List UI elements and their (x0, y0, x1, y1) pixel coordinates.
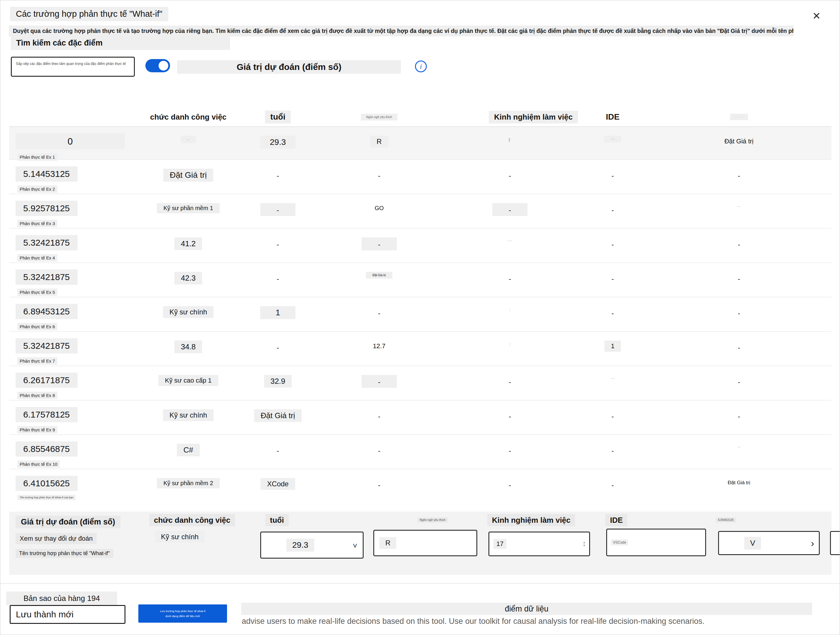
table-cell: - (646, 401, 832, 434)
row-label: Phản thực tế Ex 2 (17, 185, 57, 193)
score-value: 5.92578125 (16, 201, 77, 216)
table-cell: 1 (238, 298, 317, 331)
cell-value: - (502, 375, 518, 388)
table-cell: GO (317, 194, 441, 228)
see-prediction-change-link[interactable]: Xem sự thay đổi dự đoán (16, 533, 96, 544)
table-cell: Kỹ sư chính (138, 298, 238, 331)
table-cell: - (317, 229, 441, 263)
set-value-link[interactable]: Đặt Giá trị (722, 478, 757, 488)
score-value: 5.32421875 (16, 235, 77, 250)
info-icon[interactable]: i (415, 60, 427, 72)
table-cell: - (441, 469, 579, 503)
table-cell: Đặt Giá trị (238, 401, 317, 434)
header-job-title: chức danh công việc (138, 111, 238, 124)
toggle-knob (159, 61, 168, 71)
editor-language-header: Ngôn ngữ yêu thích (417, 517, 448, 522)
table-cell: - (317, 366, 441, 400)
score-cell: 6.85546875Phản thực tế Ex 10 (9, 435, 138, 469)
cell-value: 32.9 (264, 375, 292, 388)
table-cell: Đặt Giá trị (646, 469, 832, 503)
cell-value: 1 (605, 340, 621, 352)
spinner-arrows-icon[interactable]: ▴▾ (583, 541, 585, 547)
cell-value: - (502, 478, 518, 491)
score-cell: 6.26171875Phản thực tế Ex 8 (9, 366, 138, 400)
editor-job-title-header: chức danh công việc (149, 516, 235, 525)
score-cell: 5.14453125Phản thực tế Ex 2 (9, 160, 138, 194)
table-cell: 29.3 (238, 127, 317, 161)
table-cell: - (441, 366, 579, 400)
table-cell: - (579, 298, 646, 331)
counterfactual-table: chức danh công việc tuổi Ngôn ngữ yêu th… (9, 108, 832, 503)
datapoint-label: điểm dữ liệu (241, 603, 812, 615)
table-row: 6.41015625Tên trường hợp phản thực tế Wh… (9, 469, 832, 503)
extra-combobox[interactable]: V › (718, 531, 820, 555)
set-value-link[interactable]: Đặt Giá trị (163, 169, 213, 182)
editor-experience-header: Kinh nghiệm làm việc (487, 516, 575, 525)
dialog-description: Duyệt qua các trường hợp phản thực tế và… (9, 25, 794, 36)
cell-value: - (731, 340, 747, 353)
cell-value: - (731, 169, 747, 182)
cell-value: 29.3 (260, 136, 295, 149)
experience-spinner[interactable]: 17 ▴▾ (488, 532, 590, 556)
table-cell: - (238, 229, 317, 263)
cell-value: 42.3 (174, 272, 202, 285)
cell-value: ····· (501, 238, 519, 244)
close-icon[interactable]: ✕ (808, 8, 824, 24)
table-cell: - (238, 263, 317, 297)
table-cell: - (646, 366, 832, 400)
table-row: 5.92578125Phản thực tế Ex 3Kỹ sư phần mề… (9, 194, 832, 228)
ide-input[interactable]: VSCode (606, 529, 706, 556)
row-label: Phản thực tế Ex 8 (17, 392, 57, 399)
whatif-counterfactuals-dialog: Các trường hợp phản thực tế "What-if" ✕ … (0, 0, 840, 635)
set-value-link[interactable]: Đặt Giá trị (366, 272, 392, 279)
cell-value: - (270, 238, 286, 250)
score-value: 6.41015625 (16, 476, 77, 491)
cell-value: ···· (731, 444, 747, 450)
cell-value: - (371, 444, 387, 457)
table-cell: - (646, 263, 832, 297)
search-input[interactable]: Sắp xếp các đặc điểm theo tầm quan trọng… (11, 57, 135, 77)
clipped-control[interactable] (830, 531, 840, 555)
cell-value: - (502, 444, 518, 457)
table-cell: - (317, 401, 441, 434)
cell-value: 41.2 (174, 238, 202, 250)
score-cell: 0Phản thực tế Ex 1 (9, 127, 138, 161)
row-label: Tên trường hợp phản thực tế What-if của … (17, 495, 76, 500)
cell-value: - (605, 203, 620, 216)
table-cell: [· (441, 127, 579, 161)
cell-value: 12.7 (366, 340, 392, 352)
score-value: 5.32421875 (16, 269, 77, 285)
cell-value: - (502, 272, 518, 285)
header-experience: Kinh nghiệm làm việc (441, 111, 579, 124)
cell-value: - (362, 375, 397, 388)
table-cell: - (441, 263, 579, 297)
cell-value: - (605, 238, 620, 250)
set-value-link[interactable]: Đặt Giá trị (718, 136, 760, 147)
table-cell: 1 (579, 332, 646, 366)
save-as-datapoint-button[interactable]: Lưu trường hợp phản thực tế what-if dưới… (138, 605, 227, 623)
cell-value: - (605, 169, 620, 182)
table-cell: - (579, 229, 646, 263)
age-dropdown[interactable]: 29.3 ∨ (260, 532, 364, 559)
score-value: 6.85546875 (16, 441, 77, 457)
table-cell: - (579, 435, 646, 469)
footer-divider (0, 583, 840, 584)
table-cell: - (441, 160, 579, 194)
row-label: Phản thực tế Ex 3 (17, 220, 57, 227)
score-value: 6.17578125 (16, 407, 77, 422)
table-row: 5.32421875Phản thực tế Ex 441.2--·····-- (9, 228, 832, 263)
header-extra: · · · · · (646, 114, 832, 120)
table-cell: Đặt Giá trị (138, 160, 238, 194)
language-input[interactable]: R (373, 530, 477, 556)
row-label: Phản thực tế Ex 7 (17, 357, 57, 365)
save-name-input[interactable]: Lưu thành mới (10, 605, 125, 624)
cell-value: GO (368, 203, 390, 213)
table-cell: - (579, 263, 646, 297)
cell-value: : (503, 340, 516, 348)
table-cell: ·· (138, 127, 238, 161)
table-cell: - (646, 229, 832, 263)
score-value: 5.32421875 (16, 338, 77, 353)
prediction-toggle[interactable] (145, 59, 170, 72)
set-value-link[interactable]: Đặt Giá trị (254, 409, 302, 422)
whatif-name-label: Tên trường hợp phản thực tế "What-if" (16, 549, 114, 558)
